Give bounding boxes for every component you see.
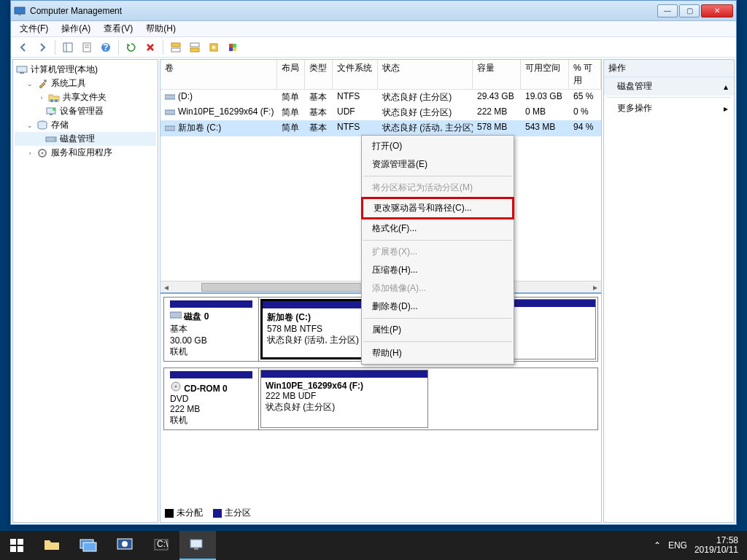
disk-0-info: 磁盘 0 基本 30.00 GB 联机: [164, 298, 259, 361]
maximize-button[interactable]: ▢: [679, 4, 700, 18]
settings-button[interactable]: [206, 39, 222, 55]
svg-rect-35: [170, 312, 182, 318]
cmenu-explorer[interactable]: 资源管理器(E): [362, 155, 514, 174]
tray-clock[interactable]: 17:58 2019/10/11: [694, 536, 741, 555]
svg-rect-40: [10, 546, 16, 552]
properties-button[interactable]: [79, 39, 95, 55]
svg-rect-10: [171, 48, 180, 52]
actions-group[interactable]: 磁盘管理 ▴: [604, 77, 734, 96]
taskbar-app-1[interactable]: [70, 531, 107, 560]
menu-view[interactable]: 查看(V): [98, 21, 139, 36]
scroll-left-icon[interactable]: ◂: [160, 282, 172, 292]
cmenu-open[interactable]: 打开(O): [362, 137, 514, 155]
context-menu: 打开(O) 资源管理器(E) 将分区标记为活动分区(M) 更改驱动器号和路径(C…: [361, 135, 514, 365]
legend-unallocated-swatch: [165, 509, 174, 518]
col-pct[interactable]: % 可用: [569, 60, 601, 89]
disk-icon: [170, 311, 182, 319]
tools-icon: [36, 78, 48, 90]
chevron-right-icon: ▸: [724, 104, 728, 114]
volume-row[interactable]: (D:)简单基本NTFS状态良好 (主分区)29.43 GB19.03 GB65…: [160, 90, 601, 105]
view-top-button[interactable]: [168, 39, 184, 55]
svg-rect-20: [20, 72, 24, 74]
disk-mgmt-icon: [45, 133, 57, 145]
help-button[interactable]: ?: [98, 39, 114, 55]
close-button[interactable]: ✕: [701, 4, 733, 18]
tree-diskmgmt[interactable]: 磁盘管理: [15, 132, 156, 146]
shared-folder-icon: [48, 92, 60, 104]
start-button[interactable]: [0, 531, 34, 560]
delete-button[interactable]: [142, 39, 158, 55]
refresh-button[interactable]: [123, 39, 139, 55]
tree-services[interactable]: › 服务和应用程序: [15, 146, 156, 160]
tree-systools[interactable]: ⌄ 系统工具: [15, 77, 156, 90]
svg-rect-2: [63, 43, 72, 52]
col-status[interactable]: 状态: [378, 60, 473, 89]
expand-icon[interactable]: ⌄: [26, 80, 34, 88]
expand-icon[interactable]: ›: [38, 94, 45, 101]
tray-language[interactable]: ENG: [668, 540, 687, 551]
nav-back-button[interactable]: [15, 39, 31, 55]
cmenu-properties[interactable]: 属性(P): [362, 321, 514, 339]
storage-icon: [36, 120, 48, 131]
cdrom-0-info: CD-ROM 0 DVD 222 MB 联机: [164, 368, 259, 429]
svg-point-21: [44, 79, 47, 82]
tree-shared[interactable]: › 共享文件夹: [15, 90, 156, 104]
col-layout[interactable]: 布局: [277, 60, 305, 89]
titlebar[interactable]: Computer Management — ▢ ✕: [11, 1, 736, 21]
menu-file[interactable]: 文件(F): [14, 21, 54, 36]
computer-icon: [16, 64, 28, 76]
taskbar-app-3[interactable]: C:\: [143, 531, 179, 560]
col-free[interactable]: 可用空间: [521, 60, 569, 89]
svg-rect-16: [233, 44, 236, 47]
expand-icon[interactable]: ›: [26, 149, 34, 157]
system-tray[interactable]: ⌃ ENG 17:58 2019/10/11: [648, 536, 747, 555]
tree-storage[interactable]: ⌄ 存储: [15, 118, 156, 132]
cmenu-help[interactable]: 帮助(H): [362, 344, 514, 362]
nav-tree-pane: 计算机管理(本地) ⌄ 系统工具 › 共享文件夹 设备管理器: [12, 59, 158, 523]
menu-action[interactable]: 操作(A): [55, 21, 96, 36]
col-type[interactable]: 类型: [305, 60, 333, 89]
legend: 未分配 主分区: [160, 504, 601, 522]
partition-f[interactable]: Win10PE_16299x64 (F:) 222 MB UDF 状态良好 (主…: [260, 370, 428, 428]
menu-help[interactable]: 帮助(H): [140, 21, 182, 36]
cmenu-delete[interactable]: 删除卷(D)...: [362, 298, 514, 316]
taskbar[interactable]: C:\ ⌃ ENG 17:58 2019/10/11: [0, 531, 747, 560]
tree-root[interactable]: 计算机管理(本地): [15, 63, 156, 77]
services-icon: [36, 147, 48, 159]
minimize-button[interactable]: —: [657, 4, 678, 18]
folder-icon: [44, 538, 60, 551]
cmenu-change-letter[interactable]: 更改驱动器号和路径(C)...: [361, 197, 514, 219]
volume-row[interactable]: Win10PE_16299x64 (F:)简单基本UDF状态良好 (主分区)22…: [160, 105, 601, 120]
svg-text:?: ?: [103, 42, 108, 52]
col-volume[interactable]: 卷: [160, 60, 277, 89]
taskbar-explorer[interactable]: [34, 531, 70, 560]
toolbar: ?: [11, 37, 736, 58]
cmenu-mark-active: 将分区标记为活动分区(M): [362, 179, 514, 197]
svg-rect-0: [15, 7, 25, 14]
expand-icon[interactable]: ⌄: [26, 122, 34, 129]
svg-rect-34: [165, 126, 175, 131]
svg-rect-49: [194, 548, 198, 550]
cmenu-format[interactable]: 格式化(F)...: [362, 219, 514, 238]
show-hide-tree-button[interactable]: [60, 39, 76, 55]
view-bottom-button[interactable]: [187, 39, 203, 55]
tray-chevron-icon[interactable]: ⌃: [654, 540, 661, 551]
cdrom-0-row[interactable]: CD-ROM 0 DVD 222 MB 联机 Win10PE_16299x64 …: [163, 368, 598, 430]
scroll-right-icon[interactable]: ▸: [589, 282, 601, 292]
svg-rect-1: [18, 14, 21, 15]
taskbar-app-2[interactable]: [107, 531, 143, 560]
col-capacity[interactable]: 容量: [473, 60, 521, 89]
nav-forward-button[interactable]: [34, 39, 50, 55]
cmenu-shrink[interactable]: 压缩卷(H)...: [362, 261, 514, 279]
volume-row[interactable]: 新加卷 (C:)简单基本NTFS状态良好 (活动, 主分区)578 MB543 …: [160, 120, 601, 136]
taskbar-computer-management[interactable]: [179, 531, 216, 560]
svg-point-37: [175, 386, 177, 388]
app-icon: [14, 5, 26, 17]
col-fs[interactable]: 文件系统: [333, 60, 378, 89]
actions-more[interactable]: 更多操作 ▸: [604, 99, 734, 117]
tree-devmgr[interactable]: 设备管理器: [15, 104, 156, 118]
actions-pane: 操作 磁盘管理 ▴ 更多操作 ▸: [603, 59, 735, 523]
svg-rect-32: [165, 95, 175, 99]
svg-rect-9: [171, 43, 180, 47]
colors-button[interactable]: [225, 39, 241, 55]
